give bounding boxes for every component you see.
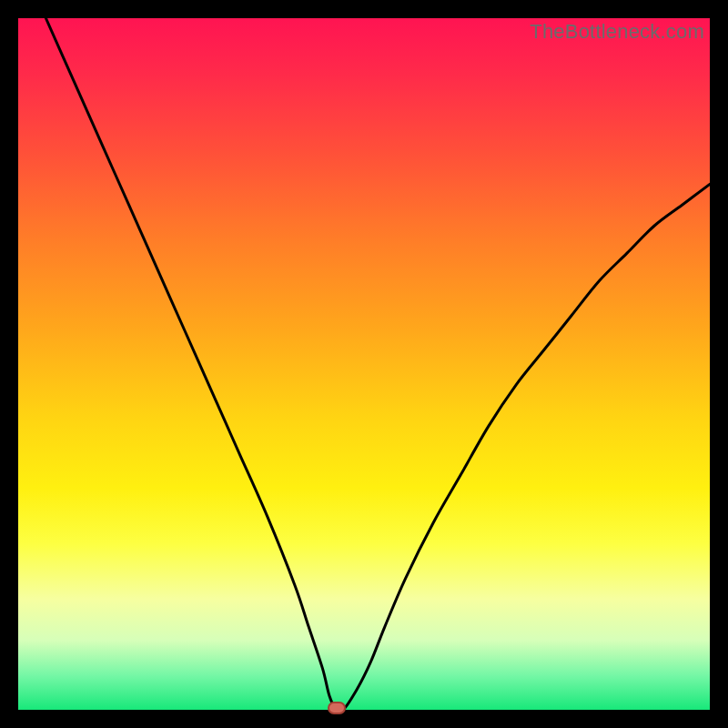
bottleneck-curve bbox=[18, 18, 710, 710]
optimal-point-marker bbox=[328, 702, 346, 714]
plot-area: TheBottleneck.com bbox=[18, 18, 710, 710]
chart-frame: TheBottleneck.com bbox=[18, 18, 710, 710]
